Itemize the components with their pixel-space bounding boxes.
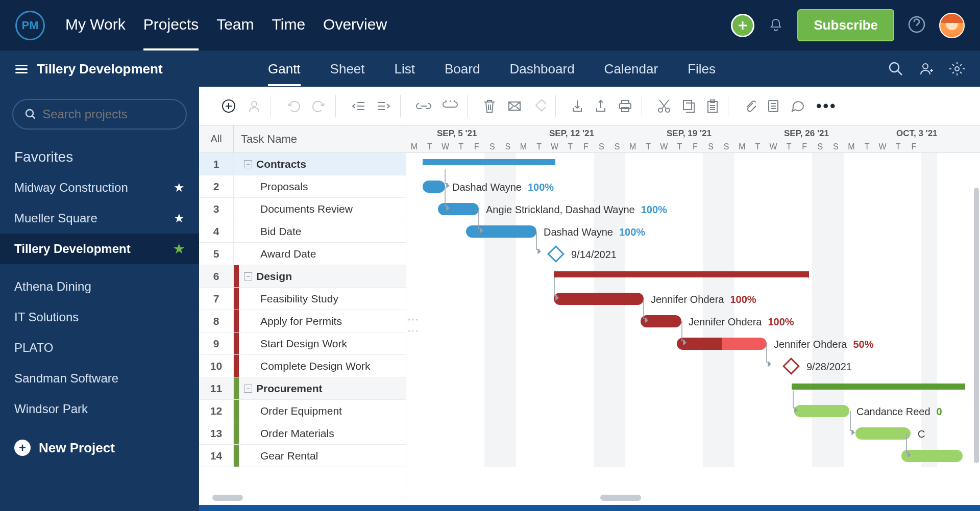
gantt-task-bar[interactable] xyxy=(423,181,445,193)
sidebar-item-tillery-development[interactable]: Tillery Development★ xyxy=(0,234,199,264)
task-name-cell[interactable]: Order Equipment xyxy=(239,400,406,422)
task-row[interactable]: 7Feasibility Study xyxy=(199,288,406,310)
search-projects-input[interactable] xyxy=(12,99,187,130)
task-row[interactable]: 14Gear Rental xyxy=(199,445,406,467)
gantt-task-bar[interactable] xyxy=(554,293,644,305)
gantt-chart[interactable]: ⋮⋮ MTWTFSSMTWTFSSMTWTFSSMTWTFSSMTWTF SEP… xyxy=(406,125,980,505)
task-row[interactable]: 6−Design xyxy=(199,265,406,288)
view-tab-board[interactable]: Board xyxy=(445,52,480,86)
task-row[interactable]: 3Documents Review xyxy=(199,198,406,220)
email-icon[interactable] xyxy=(507,100,522,112)
sidebar-item-plato[interactable]: PLATO xyxy=(0,333,199,363)
sidebar-item-mueller-square[interactable]: Mueller Square★ xyxy=(0,203,199,234)
gantt-task-bar[interactable] xyxy=(794,405,849,417)
view-tab-list[interactable]: List xyxy=(395,52,415,86)
sidebar-item-midway-construction[interactable]: Midway Construction★ xyxy=(0,172,199,203)
task-row[interactable]: 8Apply for Permits xyxy=(199,310,406,333)
sidebar-item-windsor-park[interactable]: Windsor Park xyxy=(0,394,199,424)
view-tab-files[interactable]: Files xyxy=(688,52,716,86)
subscribe-button[interactable]: Subscribe xyxy=(797,9,894,41)
gantt-task-bar[interactable] xyxy=(855,427,911,440)
task-row[interactable]: 10Complete Design Work xyxy=(199,355,406,377)
gantt-scrollbar[interactable] xyxy=(600,495,641,501)
task-name-cell[interactable]: −Procurement xyxy=(239,377,406,399)
star-icon[interactable]: ★ xyxy=(174,242,185,256)
gantt-task-bar[interactable] xyxy=(466,225,536,238)
copy-icon[interactable] xyxy=(682,99,695,113)
gantt-summary-bar[interactable] xyxy=(554,271,809,277)
task-name-cell[interactable]: −Design xyxy=(239,265,406,287)
sidebar-item-athena-dining[interactable]: Athena Dining xyxy=(0,271,199,302)
delete-icon[interactable] xyxy=(483,99,496,113)
nav-tab-time[interactable]: Time xyxy=(272,1,306,50)
gantt-summary-bar[interactable] xyxy=(792,384,965,390)
gantt-task-bar[interactable] xyxy=(438,203,479,215)
col-header-all[interactable]: All xyxy=(199,125,234,152)
help-icon[interactable] xyxy=(908,15,926,36)
task-name-cell[interactable]: Bid Date xyxy=(239,220,406,242)
task-row[interactable]: 1−Contracts xyxy=(199,153,406,175)
star-icon[interactable]: ★ xyxy=(174,181,185,195)
task-name-cell[interactable]: Order Materials xyxy=(239,422,406,444)
task-name-cell[interactable]: Documents Review xyxy=(239,198,406,220)
task-row[interactable]: 4Bid Date xyxy=(199,220,406,243)
add-task-icon[interactable] xyxy=(222,99,236,113)
sidebar-item-sandman-software[interactable]: Sandman Software xyxy=(0,363,199,394)
user-avatar[interactable] xyxy=(939,13,965,38)
print-icon[interactable] xyxy=(618,99,632,113)
collapse-icon[interactable]: − xyxy=(244,385,252,393)
task-row[interactable]: 2Proposals xyxy=(199,175,406,198)
comment-icon[interactable] xyxy=(791,99,805,113)
task-name-cell[interactable]: Start Design Work xyxy=(239,333,406,354)
task-row[interactable]: 5Award Date xyxy=(199,243,406,265)
search-icon[interactable] xyxy=(888,61,903,76)
task-list-scrollbar[interactable] xyxy=(212,495,243,501)
view-tab-calendar[interactable]: Calendar xyxy=(604,52,658,86)
task-name-cell[interactable]: Complete Design Work xyxy=(239,355,406,377)
gantt-task-bar[interactable] xyxy=(641,315,681,327)
gantt-milestone[interactable] xyxy=(547,245,565,263)
paste-icon[interactable] xyxy=(706,99,719,113)
cut-icon[interactable] xyxy=(657,99,671,113)
task-row[interactable]: 11−Procurement xyxy=(199,377,406,400)
new-project-button[interactable]: + New Project xyxy=(0,429,199,466)
gantt-task-bar[interactable] xyxy=(677,338,767,350)
nav-tab-my-work[interactable]: My Work xyxy=(65,1,126,50)
attach-icon[interactable] xyxy=(744,99,756,113)
task-name-cell[interactable]: Proposals xyxy=(239,175,406,197)
view-tab-sheet[interactable]: Sheet xyxy=(330,52,365,86)
col-header-name[interactable]: Task Name xyxy=(234,125,406,152)
view-tab-gantt[interactable]: Gantt xyxy=(268,52,301,86)
add-button[interactable] xyxy=(731,14,754,37)
app-logo[interactable]: PM xyxy=(15,11,45,40)
export-icon[interactable] xyxy=(595,99,607,113)
gantt-summary-bar[interactable] xyxy=(423,159,555,165)
task-name-cell[interactable]: Apply for Permits xyxy=(239,310,406,332)
add-user-icon[interactable] xyxy=(919,61,934,76)
outdent-icon[interactable] xyxy=(351,99,365,113)
unlink-icon[interactable] xyxy=(443,100,458,112)
task-name-cell[interactable]: Award Date xyxy=(239,243,406,265)
more-icon[interactable]: ••• xyxy=(816,97,837,115)
notes-icon[interactable] xyxy=(767,99,779,113)
nav-tab-projects[interactable]: Projects xyxy=(143,1,199,50)
task-row[interactable]: 13Order Materials xyxy=(199,422,406,445)
task-row[interactable]: 12Order Equipment xyxy=(199,400,406,422)
import-icon[interactable] xyxy=(571,99,583,113)
star-icon[interactable]: ★ xyxy=(174,211,185,225)
indent-icon[interactable] xyxy=(377,99,391,113)
sidebar-item-it-solutions[interactable]: IT Solutions xyxy=(0,302,199,333)
menu-icon[interactable] xyxy=(15,65,28,73)
link-icon[interactable] xyxy=(416,101,431,111)
view-tab-dashboard[interactable]: Dashboard xyxy=(509,52,574,86)
gantt-body[interactable]: Dashad Wayne100%Angie Strickland, Dashad… xyxy=(406,153,980,467)
settings-icon[interactable] xyxy=(949,61,965,76)
nav-tab-team[interactable]: Team xyxy=(216,1,254,50)
gantt-milestone[interactable] xyxy=(782,357,800,375)
collapse-icon[interactable]: − xyxy=(244,160,252,168)
task-name-cell[interactable]: Feasibility Study xyxy=(239,288,406,310)
nav-tab-overview[interactable]: Overview xyxy=(323,1,387,50)
notifications-icon[interactable] xyxy=(768,16,784,35)
task-name-cell[interactable]: Gear Rental xyxy=(239,445,406,467)
gantt-task-bar[interactable] xyxy=(901,450,963,462)
